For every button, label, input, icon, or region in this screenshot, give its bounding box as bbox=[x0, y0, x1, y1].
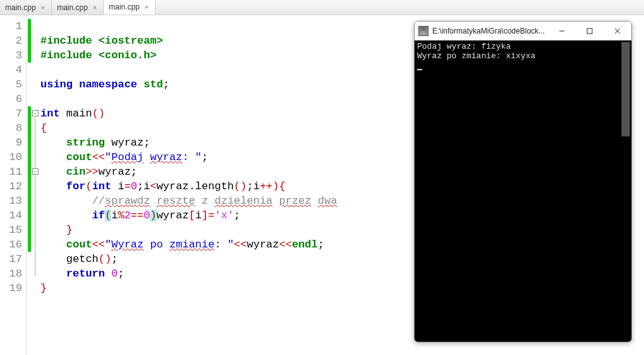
change-marker bbox=[28, 106, 31, 252]
maximize-button[interactable] bbox=[576, 22, 604, 40]
code-text: ; bbox=[318, 239, 324, 251]
code-text bbox=[312, 195, 318, 207]
code-text: i bbox=[195, 209, 202, 221]
maximize-icon bbox=[586, 28, 593, 34]
code-text: ; bbox=[234, 209, 240, 221]
line-number: 14 bbox=[0, 208, 22, 223]
code-text: ; bbox=[111, 253, 118, 265]
line-number: 8 bbox=[0, 121, 22, 135]
minimize-button[interactable] bbox=[548, 22, 576, 40]
tab-bar: main.cpp × main.cpp × main.cpp × bbox=[0, 0, 644, 15]
code-text: wyraz.length bbox=[157, 180, 234, 192]
code-text: sprawdz bbox=[105, 195, 150, 207]
code-text: dzielenia bbox=[214, 195, 272, 207]
close-icon[interactable]: × bbox=[40, 4, 46, 11]
code-text: getch bbox=[66, 253, 99, 265]
line-number: 6 bbox=[0, 92, 22, 106]
code-text: endl bbox=[292, 239, 318, 251]
code-text: string bbox=[66, 137, 105, 149]
code-text bbox=[150, 195, 156, 207]
code-text: dwa bbox=[318, 195, 337, 207]
code-text: = bbox=[125, 180, 131, 192]
close-icon bbox=[614, 28, 621, 34]
code-text: ( bbox=[85, 180, 92, 192]
code-text bbox=[105, 268, 111, 280]
line-number: 16 bbox=[0, 237, 22, 252]
code-text: #include <iostream> bbox=[40, 35, 163, 47]
code-text: main bbox=[60, 108, 92, 120]
code-text: std bbox=[143, 78, 163, 90]
code-text: i bbox=[111, 180, 124, 192]
console-line: Podaj wyraz: fizyka bbox=[417, 42, 629, 51]
code-text: >> bbox=[85, 166, 98, 178]
code-text: namespace bbox=[79, 78, 137, 90]
code-text: wyraz bbox=[150, 151, 182, 163]
code-text: << bbox=[92, 239, 105, 251]
tab-label: main.cpp bbox=[5, 3, 36, 12]
code-text: { bbox=[279, 180, 286, 192]
line-number: 15 bbox=[0, 223, 22, 237]
cursor-icon bbox=[417, 69, 422, 70]
change-marker bbox=[28, 19, 31, 63]
console-titlebar[interactable]: E:\informatykaMiGra\codeBlock... bbox=[415, 22, 631, 40]
code-text: : " bbox=[214, 239, 234, 251]
close-icon[interactable]: × bbox=[143, 3, 150, 11]
line-number: 17 bbox=[0, 252, 22, 266]
close-icon[interactable]: × bbox=[92, 4, 98, 11]
code-text: po bbox=[143, 239, 169, 251]
code-text: () bbox=[234, 180, 246, 192]
code-text: << bbox=[279, 239, 292, 251]
code-text: 0 bbox=[131, 180, 137, 192]
code-text: // bbox=[92, 195, 105, 207]
code-text: ;i bbox=[246, 180, 259, 192]
fold-toggle[interactable]: − bbox=[32, 110, 39, 116]
code-text: << bbox=[92, 151, 105, 163]
code-text: ; bbox=[202, 151, 208, 163]
code-text: { bbox=[40, 122, 47, 134]
code-text: : " bbox=[182, 151, 202, 163]
code-text: } bbox=[40, 282, 47, 294]
code-text bbox=[143, 151, 150, 163]
code-text: cout bbox=[66, 151, 92, 163]
code-text: ;i bbox=[137, 180, 150, 192]
code-text: wyraz bbox=[157, 209, 189, 221]
code-text: ; bbox=[163, 78, 169, 90]
code-text: << bbox=[234, 239, 246, 251]
code-text: using bbox=[40, 78, 73, 90]
code-text: wyraz bbox=[247, 239, 279, 251]
window-title: E:\informatykaMiGra\codeBlock... bbox=[432, 27, 548, 35]
app-icon bbox=[418, 26, 428, 36]
tab-label: main.cpp bbox=[57, 3, 88, 12]
tab-main-cpp-3[interactable]: main.cpp × bbox=[104, 0, 155, 15]
line-number: 13 bbox=[0, 194, 22, 208]
code-text: i bbox=[111, 209, 118, 221]
code-text: zmianie bbox=[169, 239, 214, 251]
scrollbar[interactable] bbox=[621, 42, 630, 137]
line-number: 3 bbox=[0, 48, 22, 63]
fold-toggle[interactable]: − bbox=[32, 168, 39, 175]
fold-guide bbox=[35, 117, 35, 277]
code-text: Podaj bbox=[111, 151, 143, 163]
code-text: } bbox=[66, 224, 73, 236]
tab-label: main.cpp bbox=[109, 3, 140, 11]
code-text: ++ bbox=[260, 180, 272, 192]
code-text: ) bbox=[150, 209, 156, 221]
code-text: < bbox=[150, 180, 156, 192]
code-text: return bbox=[66, 268, 105, 280]
code-text: = bbox=[208, 209, 214, 221]
console-output[interactable]: Podaj wyraz: fizykaWyraz po zmianie: xix… bbox=[415, 40, 631, 342]
line-number: 12 bbox=[0, 179, 22, 194]
close-button[interactable] bbox=[604, 22, 631, 40]
code-text: == bbox=[131, 209, 143, 221]
tab-main-cpp-1[interactable]: main.cpp × bbox=[0, 0, 52, 15]
code-text: #include <conio.h> bbox=[40, 49, 157, 61]
tab-main-cpp-2[interactable]: main.cpp × bbox=[52, 0, 104, 15]
code-text: " bbox=[105, 239, 111, 251]
code-text: () bbox=[99, 253, 111, 265]
line-number: 1 bbox=[0, 19, 22, 34]
code-text: 0 bbox=[143, 209, 150, 221]
code-text: int bbox=[92, 180, 112, 192]
line-number: 7 bbox=[0, 106, 22, 121]
line-number: 9 bbox=[0, 135, 22, 150]
code-text: for bbox=[66, 180, 86, 192]
